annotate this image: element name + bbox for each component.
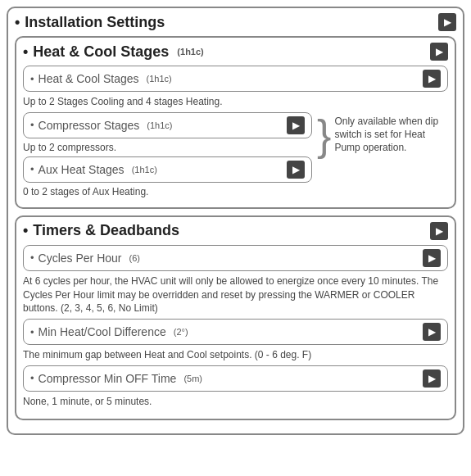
installation-settings-header: • Installation Settings ▶	[15, 13, 456, 31]
compressor-min-off-desc: None, 1 minute, or 5 minutes.	[23, 395, 448, 409]
aux-heat-desc: 0 to 2 stages of Aux Heating.	[23, 186, 312, 197]
timers-deadbands-title: • Timers & Deadbands	[23, 222, 179, 239]
bullet-icon: •	[23, 222, 28, 239]
cycles-arrow[interactable]: ▶	[423, 249, 441, 267]
installation-settings-arrow[interactable]: ▶	[438, 13, 456, 31]
min-heat-cool-tag: (2°)	[174, 327, 188, 337]
compressor-header: • Compressor Stages (1h1c) ▶	[30, 116, 305, 134]
timers-deadbands-arrow[interactable]: ▶	[430, 222, 448, 240]
min-heat-cool-desc: The minimum gap between Heat and Cool se…	[23, 348, 448, 362]
compressor-min-off-header: • Compressor Min OFF Time (5m) ▶	[30, 369, 441, 388]
compressor-min-off-arrow[interactable]: ▶	[423, 369, 441, 388]
brace-note-text: Only available when dip switch is set fo…	[334, 115, 448, 155]
aux-heat-tag: (1h1c)	[132, 165, 157, 175]
heat-cool-tag: (1h1c)	[177, 47, 203, 57]
cycles-title: • Cycles Per Hour (6)	[30, 252, 140, 265]
min-heat-cool-arrow[interactable]: ▶	[423, 323, 441, 341]
aux-heat-title: • Aux Heat Stages (1h1c)	[30, 163, 157, 176]
heat-cool-stages-title: • Heat & Cool Stages (1h1c)	[23, 43, 204, 61]
compressor-tag: (1h1c)	[147, 120, 172, 130]
heat-cool-stages-header: • Heat & Cool Stages (1h1c) ▶	[23, 43, 448, 61]
bullet-icon: •	[15, 14, 20, 31]
brace-icon: }	[317, 114, 331, 156]
bullet-icon: •	[23, 43, 28, 61]
aux-heat-arrow[interactable]: ▶	[287, 161, 305, 179]
heat-cool-brace-items: • Compressor Stages (1h1c) ▶ Up to 2 com…	[23, 112, 312, 201]
heat-cool-brace-group: • Compressor Stages (1h1c) ▶ Up to 2 com…	[23, 112, 448, 201]
item1-desc: Up to 2 Stages Cooling and 4 stages Heat…	[23, 95, 448, 109]
item1-tag: (1h1c)	[147, 74, 172, 84]
item1-header: • Heat & Cool Stages (1h1c) ▶	[30, 70, 441, 88]
cycles-header: • Cycles Per Hour (6) ▶	[30, 249, 441, 267]
min-heat-cool-header: • Min Heat/Cool Difference (2°) ▶	[30, 323, 441, 341]
heat-cool-stages-section: • Heat & Cool Stages (1h1c) ▶ • Heat & C…	[15, 36, 456, 209]
compressor-desc: Up to 2 compressors.	[23, 142, 312, 153]
compressor-stages-item: • Compressor Stages (1h1c) ▶	[23, 112, 312, 138]
aux-heat-header: • Aux Heat Stages (1h1c) ▶	[30, 161, 305, 179]
timers-deadbands-header: • Timers & Deadbands ▶	[23, 222, 448, 240]
compressor-min-off-title: • Compressor Min OFF Time (5m)	[30, 372, 202, 385]
min-heat-cool-item: • Min Heat/Cool Difference (2°) ▶	[23, 319, 448, 345]
installation-settings-section: • Installation Settings ▶ • Heat & Cool …	[7, 7, 464, 435]
item1-arrow[interactable]: ▶	[423, 70, 441, 88]
timers-deadbands-section: • Timers & Deadbands ▶ • Cycles Per Hour…	[15, 215, 456, 420]
brace-note-group: } Only available when dip switch is set …	[317, 112, 448, 156]
compressor-min-off-item: • Compressor Min OFF Time (5m) ▶	[23, 365, 448, 392]
min-heat-cool-title: • Min Heat/Cool Difference (2°)	[30, 325, 188, 338]
installation-settings-title: • Installation Settings	[15, 14, 165, 31]
compressor-arrow[interactable]: ▶	[287, 116, 305, 134]
item1-title: • Heat & Cool Stages (1h1c)	[30, 72, 172, 85]
cycles-desc: At 6 cycles per hour, the HVAC unit will…	[23, 274, 448, 315]
aux-heat-item: • Aux Heat Stages (1h1c) ▶	[23, 156, 312, 183]
compressor-min-off-tag: (5m)	[183, 374, 202, 383]
cycles-tag: (6)	[129, 253, 139, 263]
heat-cool-stages-arrow[interactable]: ▶	[430, 43, 448, 61]
compressor-title: • Compressor Stages (1h1c)	[30, 119, 172, 132]
cycles-per-hour-item: • Cycles Per Hour (6) ▶	[23, 245, 448, 271]
heat-cool-stages-item-1: • Heat & Cool Stages (1h1c) ▶	[23, 66, 448, 92]
